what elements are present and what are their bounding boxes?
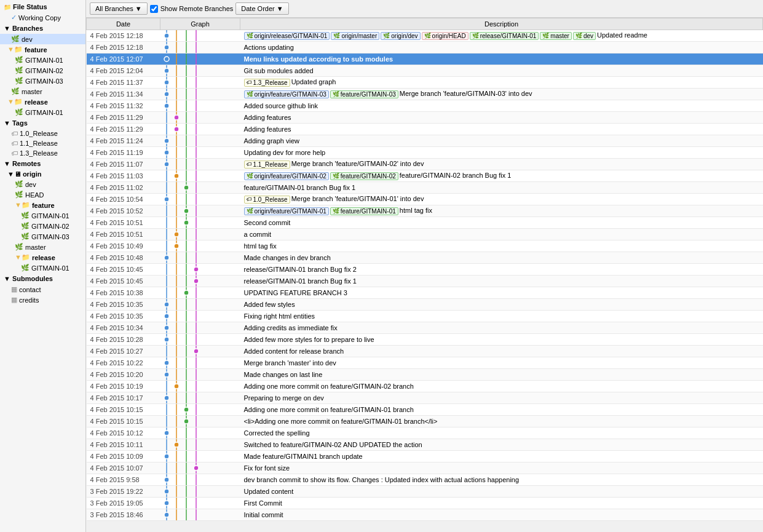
table-row[interactable]: 4 Feb 2015 12:18Actions updating — [87, 42, 763, 54]
sidebar-item-release-gitmain01[interactable]: 🌿 GITMAIN-01 — [0, 107, 85, 117]
table-row[interactable]: 4 Feb 2015 11:29Adding features — [87, 124, 763, 135]
table-row[interactable]: 3 Feb 2015 18:46Initial commit — [87, 509, 763, 521]
table-row[interactable]: 4 Feb 2015 10:49html tag fix — [87, 240, 763, 252]
sidebar-item-gitmain-02[interactable]: 🌿 GITMAIN-02 — [0, 65, 85, 76]
table-row[interactable]: 4 Feb 2015 11:37🏷1.3_ReleaseUpdated grap… — [87, 77, 763, 89]
commit-message: Merge branch 'feature/GITMAIN-02' into d… — [291, 160, 424, 167]
table-row[interactable]: 4 Feb 2015 10:19Adding one more commit o… — [87, 381, 763, 392]
branch-icon: 🌿 — [15, 108, 23, 116]
commit-message: Adding features — [244, 125, 291, 133]
sidebar-item-dev[interactable]: 🌿 dev — [0, 34, 85, 44]
commit-message: Fix for font size — [244, 464, 290, 472]
tag-icon: 🌿 — [333, 208, 339, 214]
table-row[interactable]: 4 Feb 2015 10:20Made changes on last lin… — [87, 369, 763, 381]
svg-point-14 — [164, 57, 169, 62]
table-row[interactable]: 4 Feb 2015 11:24Adding graph view — [87, 135, 763, 147]
sidebar-item-master[interactable]: 🌿 master — [0, 86, 85, 97]
folder-icon: ▼📁 — [7, 46, 23, 54]
table-row[interactable]: 4 Feb 2015 10:12Corrected the spelling — [87, 427, 763, 439]
sidebar-group-origin-release[interactable]: ▼📁 release — [0, 252, 85, 263]
svg-point-164 — [184, 407, 189, 412]
sidebar-item-origin-gitmain03[interactable]: 🌿 GITMAIN-03 — [0, 231, 85, 242]
table-row[interactable]: 4 Feb 2015 10:15Adding one more commit o… — [87, 404, 763, 416]
sidebar-item-origin-dev[interactable]: 🌿 dev — [0, 179, 85, 189]
sidebar-item-origin-master[interactable]: 🌿 master — [0, 242, 85, 252]
table-row[interactable]: 4 Feb 2015 11:29Adding features — [87, 112, 763, 124]
svg-point-194 — [164, 477, 169, 482]
table-row[interactable]: 4 Feb 2015 12:07Menu links updated accor… — [87, 54, 763, 65]
sidebar-group-origin-feature[interactable]: ▼📁 feature — [0, 200, 85, 210]
table-row[interactable]: 4 Feb 2015 11:03🌿origin/feature/GITMAIN-… — [87, 170, 763, 182]
table-row[interactable]: 4 Feb 2015 9:58dev branch commit to show… — [87, 474, 763, 486]
cell-description: Adding one more commit on feature/GITMAI… — [240, 381, 763, 392]
sidebar-item-credits[interactable]: ▦ credits — [0, 295, 85, 305]
table-row[interactable]: 4 Feb 2015 10:51Second commit — [87, 217, 763, 229]
svg-point-4 — [164, 33, 169, 38]
gitmain01-label: GITMAIN-01 — [25, 57, 63, 64]
table-row[interactable]: 4 Feb 2015 10:45release/GITMAIN-01 branc… — [87, 264, 763, 276]
sidebar-group-release[interactable]: ▼📁 release — [0, 97, 85, 107]
sidebar-group-feature[interactable]: ▼📁 feature — [0, 44, 85, 55]
sidebar-group-origin[interactable]: ▼🖥 origin — [0, 169, 85, 179]
table-row[interactable]: 4 Feb 2015 10:45release/GITMAIN-01 branc… — [87, 276, 763, 287]
table-row[interactable]: 4 Feb 2015 10:27Added content for releas… — [87, 346, 763, 357]
cell-date: 4 Feb 2015 11:02 — [87, 182, 160, 194]
sidebar-item-origin-head[interactable]: 🌿 HEAD — [0, 189, 85, 200]
all-branches-button[interactable]: All Branches ▼ — [90, 2, 148, 15]
svg-point-159 — [164, 395, 169, 400]
tag-label: origin/feature/GITMAIN-01 — [255, 208, 326, 215]
cell-graph — [160, 346, 240, 357]
sidebar-item-contact[interactable]: ▦ contact — [0, 284, 85, 295]
cell-date: 4 Feb 2015 10:45 — [87, 276, 160, 287]
table-row[interactable]: 4 Feb 2015 11:19Updating dev for more he… — [87, 147, 763, 159]
table-row[interactable]: 4 Feb 2015 10:38UPDATING FEATURE BRANCH … — [87, 287, 763, 299]
cell-date: 4 Feb 2015 12:04 — [87, 65, 160, 77]
sidebar-item-gitmain-01[interactable]: 🌿 GITMAIN-01 — [0, 55, 85, 65]
commit-message: Adding credits as immediate fix — [244, 324, 338, 332]
label: GITMAIN-03 — [31, 233, 69, 240]
table-row[interactable]: 4 Feb 2015 10:54🏷1.0_ReleaseMerge branch… — [87, 194, 763, 205]
cell-date: 4 Feb 2015 10:52 — [87, 205, 160, 217]
commit-message: Git sub modules added — [244, 67, 314, 74]
table-row[interactable]: 4 Feb 2015 10:34Adding credits as immedi… — [87, 322, 763, 334]
show-remote-checkbox[interactable] — [150, 5, 158, 13]
sidebar-item-origin-gitmain01[interactable]: 🌿 GITMAIN-01 — [0, 210, 85, 221]
table-row[interactable]: 3 Feb 2015 19:22Updated content — [87, 486, 763, 498]
sidebar-item-origin-release-gitmain01[interactable]: 🌿 GITMAIN-01 — [0, 263, 85, 273]
table-row[interactable]: 4 Feb 2015 10:11Switched to feature/GITM… — [87, 439, 763, 451]
cell-date: 4 Feb 2015 10:27 — [87, 346, 160, 357]
table-row[interactable]: 4 Feb 2015 10:15<li>Adding one more comm… — [87, 416, 763, 427]
tag-icon: 🏷 — [247, 196, 252, 202]
sidebar-branches-header: ▼ Branches — [0, 23, 85, 34]
sidebar-item-gitmain-03[interactable]: 🌿 GITMAIN-03 — [0, 76, 85, 86]
table-row[interactable]: 4 Feb 2015 10:48Made changes in dev bran… — [87, 252, 763, 264]
table-row[interactable]: 4 Feb 2015 10:07Fix for font size — [87, 463, 763, 474]
table-row[interactable]: 4 Feb 2015 11:32Added source github link — [87, 100, 763, 112]
table-row[interactable]: 4 Feb 2015 11:07🏷1.1_ReleaseMerge branch… — [87, 159, 763, 170]
date-order-button[interactable]: Date Order ▼ — [235, 2, 288, 15]
cell-date: 4 Feb 2015 10:38 — [87, 287, 160, 299]
table-row[interactable]: 4 Feb 2015 11:02feature/GITMAIN-01 branc… — [87, 182, 763, 194]
release-gitmain01-label: GITMAIN-01 — [25, 109, 63, 116]
table-row[interactable]: 4 Feb 2015 10:52🌿origin/feature/GITMAIN-… — [87, 205, 763, 217]
sidebar-item-tag-11[interactable]: 🏷 1.1_Release — [0, 138, 85, 148]
sidebar-item-tag-10[interactable]: 🏷 1.0_Release — [0, 129, 85, 138]
table-row[interactable]: 4 Feb 2015 12:18🌿origin/release/GITMAIN-… — [87, 30, 763, 42]
table-row[interactable]: 4 Feb 2015 12:04Git sub modules added — [87, 65, 763, 77]
cell-graph — [160, 404, 240, 416]
label: GITMAIN-02 — [31, 223, 69, 230]
table-row[interactable]: 4 Feb 2015 10:35Added few styles — [87, 299, 763, 311]
table-row[interactable]: 3 Feb 2015 19:05First Commit — [87, 498, 763, 509]
table-row[interactable]: 4 Feb 2015 10:22Merge branch 'master' in… — [87, 357, 763, 369]
sidebar-item-origin-gitmain02[interactable]: 🌿 GITMAIN-02 — [0, 221, 85, 231]
cell-graph — [160, 65, 240, 77]
commit-message: Added few more styles for to prepare to … — [244, 336, 374, 343]
sidebar-item-tag-13[interactable]: 🏷 1.3_Release — [0, 148, 85, 158]
table-row[interactable]: 4 Feb 2015 10:51a commit — [87, 229, 763, 240]
table-row[interactable]: 4 Feb 2015 10:09Made feature/GITMAIN1 br… — [87, 451, 763, 463]
sidebar-item-working-copy[interactable]: ✓ Working Copy — [0, 12, 85, 23]
table-row[interactable]: 4 Feb 2015 10:35Fixing right html entiti… — [87, 311, 763, 322]
table-row[interactable]: 4 Feb 2015 10:17Preparing to merge on de… — [87, 392, 763, 404]
table-row[interactable]: 4 Feb 2015 10:28Added few more styles fo… — [87, 334, 763, 346]
table-row[interactable]: 4 Feb 2015 11:34🌿origin/feature/GITMAIN-… — [87, 89, 763, 100]
